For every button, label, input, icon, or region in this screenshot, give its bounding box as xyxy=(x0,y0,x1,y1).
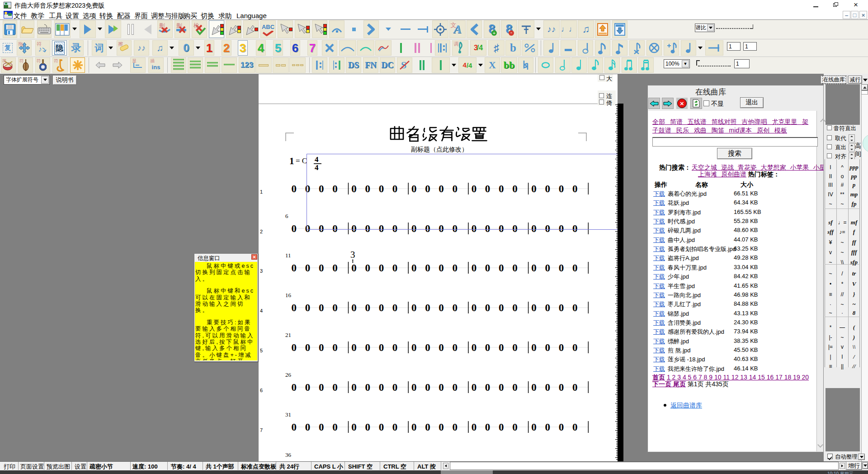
svg-text:0: 0 xyxy=(351,422,357,433)
svg-text:0: 0 xyxy=(559,302,564,313)
svg-text:0: 0 xyxy=(485,422,491,433)
svg-text:0: 0 xyxy=(305,262,311,274)
svg-text:31: 31 xyxy=(285,411,291,418)
svg-text:0: 0 xyxy=(411,262,417,274)
svg-text:0: 0 xyxy=(365,302,370,313)
svg-text:3: 3 xyxy=(260,268,263,274)
svg-text:5: 5 xyxy=(260,348,263,353)
svg-text:0: 0 xyxy=(292,262,297,274)
svg-text:0: 0 xyxy=(453,422,458,433)
svg-text:0: 0 xyxy=(545,382,551,393)
svg-text:0: 0 xyxy=(332,262,338,274)
svg-text:0: 0 xyxy=(531,342,537,353)
svg-text:0: 0 xyxy=(572,342,578,353)
svg-text:= C: = C xyxy=(296,156,307,165)
svg-text:0: 0 xyxy=(392,302,398,313)
svg-text:0: 0 xyxy=(411,302,417,313)
svg-text:0: 0 xyxy=(351,342,357,353)
svg-text:36: 36 xyxy=(285,451,292,458)
svg-text:0: 0 xyxy=(559,422,564,433)
svg-text:0: 0 xyxy=(392,422,398,433)
svg-text:0: 0 xyxy=(531,422,537,433)
svg-text:0: 0 xyxy=(305,342,311,353)
svg-text:0: 0 xyxy=(559,382,564,393)
svg-text:0: 0 xyxy=(365,422,370,433)
svg-text:0: 0 xyxy=(472,382,477,393)
svg-text:0: 0 xyxy=(439,422,444,433)
svg-text:1: 1 xyxy=(289,156,294,166)
svg-text:0: 0 xyxy=(472,262,477,274)
svg-text:0: 0 xyxy=(453,342,458,353)
svg-text:0: 0 xyxy=(512,302,518,313)
svg-text:0: 0 xyxy=(425,262,430,274)
svg-text:0: 0 xyxy=(439,262,444,274)
svg-text:0: 0 xyxy=(499,422,504,433)
svg-text:0: 0 xyxy=(485,342,491,353)
svg-text:0: 0 xyxy=(545,342,551,353)
svg-text:3: 3 xyxy=(350,249,355,260)
svg-text:0: 0 xyxy=(499,262,504,274)
svg-text:0: 0 xyxy=(332,342,338,353)
svg-text:0: 0 xyxy=(472,342,477,353)
svg-text:0: 0 xyxy=(332,302,338,313)
svg-text:2: 2 xyxy=(260,229,263,234)
svg-text:1: 1 xyxy=(260,189,263,194)
svg-text:0: 0 xyxy=(365,382,370,393)
svg-text:0: 0 xyxy=(545,302,551,313)
svg-text:0: 0 xyxy=(392,382,398,393)
svg-text:0: 0 xyxy=(425,302,430,313)
svg-text:0: 0 xyxy=(379,342,384,353)
svg-text:0: 0 xyxy=(545,422,551,433)
svg-text:0: 0 xyxy=(499,342,504,353)
svg-text:0: 0 xyxy=(411,342,417,353)
svg-text:0: 0 xyxy=(379,302,384,313)
svg-text:0: 0 xyxy=(332,422,338,433)
svg-text:0: 0 xyxy=(332,382,338,393)
svg-text:7: 7 xyxy=(260,427,263,433)
svg-text:0: 0 xyxy=(531,302,537,313)
svg-text:0: 0 xyxy=(439,302,444,313)
svg-text:0: 0 xyxy=(439,382,444,393)
svg-text:11: 11 xyxy=(285,252,291,259)
svg-text:0: 0 xyxy=(485,382,491,393)
svg-text:0: 0 xyxy=(531,262,537,274)
svg-text:0: 0 xyxy=(572,302,578,313)
svg-text:0: 0 xyxy=(379,422,384,433)
svg-text:0: 0 xyxy=(411,422,417,433)
svg-text:0: 0 xyxy=(305,422,311,433)
svg-text:0: 0 xyxy=(512,262,518,274)
svg-text:0: 0 xyxy=(392,342,398,353)
svg-text:0: 0 xyxy=(292,302,297,313)
svg-text:0: 0 xyxy=(499,302,504,313)
svg-text:0: 0 xyxy=(531,382,537,393)
svg-text:0: 0 xyxy=(305,382,311,393)
svg-text:0: 0 xyxy=(499,382,504,393)
svg-text:0: 0 xyxy=(292,223,297,234)
svg-text:0: 0 xyxy=(453,302,458,313)
svg-text:0: 0 xyxy=(512,342,518,353)
svg-text:0: 0 xyxy=(572,262,578,274)
svg-text:0: 0 xyxy=(572,382,578,393)
svg-text:4: 4 xyxy=(260,308,263,313)
svg-text:0: 0 xyxy=(425,422,430,433)
svg-text:0: 0 xyxy=(512,382,518,393)
svg-text:副标题（点此修改）: 副标题（点此修改） xyxy=(411,146,468,153)
svg-text:0: 0 xyxy=(305,302,311,313)
svg-text:0: 0 xyxy=(379,262,384,274)
svg-text:0: 0 xyxy=(572,422,578,433)
svg-text:26: 26 xyxy=(285,371,292,378)
svg-text:0: 0 xyxy=(319,382,324,393)
svg-text:0: 0 xyxy=(559,262,564,274)
svg-text:21: 21 xyxy=(285,332,291,338)
svg-text:0: 0 xyxy=(292,183,297,194)
svg-text:0: 0 xyxy=(425,382,430,393)
svg-text:0: 0 xyxy=(453,382,458,393)
svg-text:0: 0 xyxy=(472,302,477,313)
svg-text:6: 6 xyxy=(285,213,288,219)
svg-text:0: 0 xyxy=(351,262,357,274)
svg-text:0: 0 xyxy=(559,342,564,353)
svg-text:0: 0 xyxy=(319,302,324,313)
svg-text:0: 0 xyxy=(545,262,551,274)
svg-text:0: 0 xyxy=(319,422,324,433)
svg-text:0: 0 xyxy=(485,302,491,313)
